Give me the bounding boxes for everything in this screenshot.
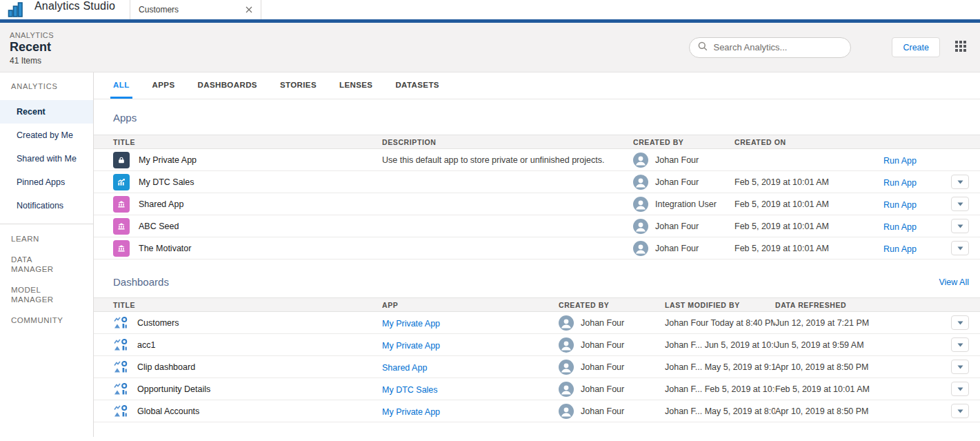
app-title-text: My Private App (139, 155, 197, 165)
run-app-link[interactable]: Run App (883, 244, 917, 254)
app-row[interactable]: ABC SeedJohan FourFeb 5, 2019 at 10:01 A… (94, 215, 980, 237)
dashboard-title-text: Opportunity Details (137, 384, 210, 394)
sidebar-item-shared-with-me[interactable]: Shared with Me (0, 147, 93, 170)
data-refreshed-date: Feb 5, 2019 at 10:01 AM (775, 384, 951, 394)
sidebar: ANALYTICS Recent Created by Me Shared wi… (0, 72, 94, 437)
dashboard-row[interactable]: Clip dashboardShared AppJohan FourJohan … (94, 356, 980, 378)
sidebar-link-learn[interactable]: LEARN (0, 228, 76, 249)
avatar (559, 404, 574, 419)
row-menu-button[interactable] (951, 219, 969, 233)
dashboards-table-header: TITLE APP CREATED BY LAST MODIFIED BY DA… (94, 297, 980, 312)
app-row[interactable]: My DTC SalesJohan FourFeb 5, 2019 at 10:… (94, 171, 980, 193)
run-app-link[interactable]: Run App (883, 178, 917, 188)
dashboard-icon (113, 360, 128, 374)
avatar (559, 315, 574, 331)
data-refreshed-date: Jun 5, 2019 at 9:59 AM (775, 340, 951, 350)
app-row[interactable]: The MotivatorJohan FourFeb 5, 2019 at 10… (94, 237, 980, 259)
app-title-text: The Motivator (139, 244, 191, 253)
chevron-down-icon (957, 180, 963, 184)
avatar (633, 175, 648, 190)
dashboard-row[interactable]: Global AccountsMy Private AppJohan FourJ… (94, 400, 980, 422)
sidebar-link-data-manager[interactable]: DATA MANAGER (0, 249, 76, 280)
dashboard-icon (113, 338, 128, 352)
sidebar-item-pinned-apps[interactable]: Pinned Apps (0, 170, 93, 194)
bank-icon (113, 218, 130, 235)
row-menu-button[interactable] (951, 197, 969, 211)
dashboard-title-text: Customers (137, 318, 179, 328)
sidebar-link-model-manager[interactable]: MODEL MANAGER (0, 280, 76, 310)
sidebar-item-recent[interactable]: Recent (0, 100, 93, 124)
created-by-name: Johan Four (581, 384, 624, 394)
row-menu-button[interactable] (951, 315, 969, 330)
app-row[interactable]: Shared AppIntegration UserFeb 5, 2019 at… (94, 193, 980, 215)
app-row[interactable]: My Private AppUse this default app to st… (94, 149, 980, 171)
created-by-name: Johan Four (655, 244, 699, 253)
tab-lenses[interactable]: LENSES (339, 81, 372, 99)
run-app-link[interactable]: Run App (883, 222, 917, 232)
data-refreshed-date: Apr 10, 2019 at 8:50 PM (775, 362, 951, 372)
data-refreshed-date: Jun 12, 2019 at 7:21 PM (775, 318, 951, 328)
sidebar-item-notifications[interactable]: Notifications (0, 194, 93, 217)
run-app-link[interactable]: Run App (883, 200, 917, 210)
row-menu-button[interactable] (951, 382, 969, 396)
close-icon[interactable] (246, 6, 252, 13)
search-box[interactable] (689, 37, 851, 58)
tab-apps[interactable]: APPS (152, 81, 175, 99)
dashboard-app-link[interactable]: My DTC Sales (382, 385, 438, 395)
top-bar: Analytics Studio Customers (0, 0, 980, 23)
created-by-name: Johan Four (655, 177, 699, 187)
dashboard-row[interactable]: acc1My Private AppJohan FourJohan F... J… (94, 334, 980, 356)
created-on-date: Feb 5, 2019 at 10:01 AM (734, 177, 883, 187)
app-launcher-grid-icon[interactable] (952, 39, 969, 56)
page-header: ANALYTICS Recent 41 Items Create (0, 23, 980, 72)
chevron-down-icon (957, 246, 963, 251)
created-by-name: Johan Four (655, 155, 699, 165)
created-by-name: Integration User (655, 199, 717, 209)
chevron-down-icon (957, 343, 963, 347)
sidebar-link-community[interactable]: COMMUNITY (0, 310, 76, 331)
row-menu-button[interactable] (951, 337, 969, 352)
dashboard-app-link[interactable]: My Private App (382, 319, 440, 329)
view-all-link[interactable]: View All (939, 277, 969, 287)
tab-dashboards[interactable]: DASHBOARDS (197, 81, 257, 99)
dashboard-app-link[interactable]: My Private App (382, 341, 440, 351)
avatar (633, 241, 648, 256)
col-created-by: CREATED BY (633, 138, 734, 146)
created-by-name: Johan Four (581, 340, 624, 350)
tab-stories[interactable]: STORIES (280, 81, 317, 99)
last-modified-by-text: Johan Four Today at 8:40 PM (665, 318, 775, 328)
dashboard-title-text: acc1 (137, 340, 155, 350)
avatar (633, 153, 648, 168)
last-modified-by-text: Johan F... May 5, 2019 at 9:1... (665, 362, 775, 372)
col-created-by: CREATED BY (559, 301, 665, 309)
app-title-text: My DTC Sales (139, 177, 194, 187)
dashboard-row[interactable]: Opportunity DetailsMy DTC SalesJohan Fou… (94, 378, 980, 400)
tab-datasets[interactable]: DATASETS (395, 81, 439, 99)
avatar (559, 360, 574, 375)
search-input[interactable] (713, 42, 842, 52)
row-menu-button[interactable] (951, 175, 969, 189)
tab-all[interactable]: ALL (113, 81, 130, 99)
sidebar-item-created-by-me[interactable]: Created by Me (0, 124, 93, 147)
dashboard-title-text: Clip dashboard (137, 362, 195, 372)
row-menu-button[interactable] (951, 360, 969, 374)
run-app-link[interactable]: Run App (883, 156, 917, 166)
header-actions: Create (689, 37, 969, 58)
create-button[interactable]: Create (892, 37, 940, 57)
app-title-text: Shared App (139, 199, 183, 209)
created-on-date: Feb 5, 2019 at 10:01 AM (734, 199, 883, 209)
row-menu-button[interactable] (951, 241, 969, 255)
bank-icon (113, 196, 130, 213)
page-header-text: ANALYTICS Recent 41 Items (10, 30, 54, 66)
col-created-on: CREATED ON (734, 138, 883, 146)
document-tab-customers[interactable]: Customers (130, 0, 261, 19)
row-menu-button[interactable] (951, 404, 969, 418)
dashboard-row[interactable]: CustomersMy Private AppJohan FourJohan F… (94, 312, 980, 334)
app-description: Use this default app to store private or… (382, 155, 633, 165)
avatar (559, 382, 574, 397)
filter-tabs: ALL APPS DASHBOARDS STORIES LENSES DATAS… (94, 72, 980, 99)
apps-table-header: TITLE DESCRIPTION CREATED BY CREATED ON (94, 135, 980, 149)
dashboard-app-link[interactable]: Shared App (382, 363, 427, 373)
dashboard-app-link[interactable]: My Private App (382, 407, 440, 417)
chevron-down-icon (957, 224, 963, 228)
